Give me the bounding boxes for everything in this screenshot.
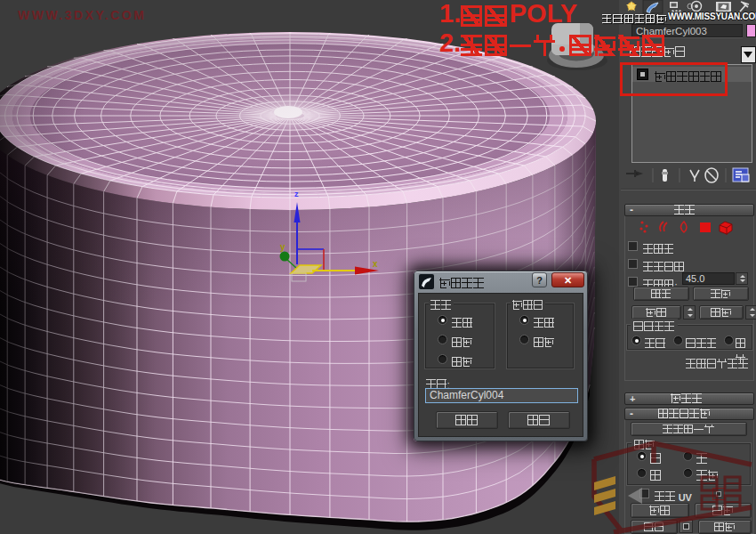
svg-text:x: x: [373, 259, 378, 269]
svg-text:y: y: [280, 242, 286, 252]
svg-text:z: z: [294, 190, 299, 198]
